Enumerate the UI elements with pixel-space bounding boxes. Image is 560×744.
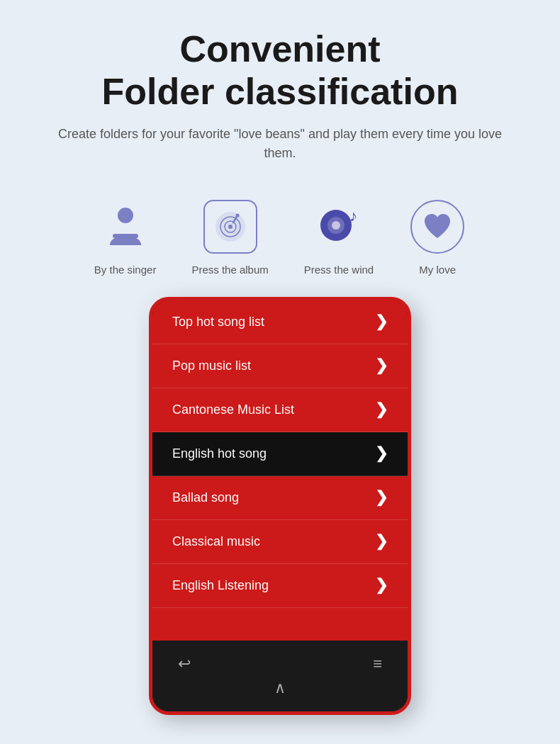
wind-icon: ♪ xyxy=(310,198,367,255)
phone-wrapper: Top hot song list ❯ Pop music list ❯ Can… xyxy=(0,297,560,744)
phone-device: Top hot song list ❯ Pop music list ❯ Can… xyxy=(149,297,411,715)
menu-label-cantonese: Cantonese Music List xyxy=(172,402,294,417)
menu-item-classical[interactable]: Classical music ❯ xyxy=(152,520,408,564)
phone-nav-row: ↩ ≡ xyxy=(152,655,408,673)
menu-item-english-hot[interactable]: English hot song ❯ xyxy=(152,432,408,476)
icon-item-singer[interactable]: By the singer xyxy=(94,198,157,276)
phone-screen: Top hot song list ❯ Pop music list ❯ Can… xyxy=(152,300,408,641)
love-icon xyxy=(409,198,466,255)
phone-nav-center: ∧ xyxy=(152,679,408,697)
singer-label: By the singer xyxy=(94,264,157,276)
header-section: Convenient Folder classification Create … xyxy=(0,0,560,177)
title-line2: Folder classification xyxy=(102,71,459,112)
page-title: Convenient Folder classification xyxy=(43,28,517,113)
menu-arrow-english-listening: ❯ xyxy=(375,576,388,594)
svg-rect-1 xyxy=(113,234,138,238)
svg-point-5 xyxy=(228,225,233,229)
phone-bottom-bar: ↩ ≡ ∧ xyxy=(152,641,408,711)
menu-label-pop: Pop music list xyxy=(172,359,251,373)
wind-label: Press the wind xyxy=(304,264,374,276)
menu-item-english-listening[interactable]: English Listening ❯ xyxy=(152,564,408,608)
svg-point-10 xyxy=(332,221,340,230)
svg-point-7 xyxy=(235,213,239,217)
title-line1: Convenient xyxy=(179,28,380,69)
header-subtitle: Create folders for your favorite "love b… xyxy=(43,125,517,163)
menu-item-cantonese[interactable]: Cantonese Music List ❯ xyxy=(152,388,408,432)
menu-item-top-hot[interactable]: Top hot song list ❯ xyxy=(152,300,408,344)
menu-icon[interactable]: ≡ xyxy=(373,655,382,673)
category-icons-row: By the singer Press the album xyxy=(0,198,560,276)
album-label: Press the album xyxy=(191,264,268,276)
menu-label-ballad: Ballad song xyxy=(172,490,239,505)
menu-arrow-english-hot: ❯ xyxy=(375,444,388,463)
svg-text:♪: ♪ xyxy=(349,207,357,225)
love-label: My love xyxy=(419,264,456,276)
menu-label-english-hot: English hot song xyxy=(172,446,267,461)
menu-arrow-cantonese: ❯ xyxy=(375,400,388,419)
menu-arrow-pop: ❯ xyxy=(375,356,388,375)
album-icon xyxy=(202,198,259,255)
menu-arrow-ballad: ❯ xyxy=(375,488,388,507)
menu-label-classical: Classical music xyxy=(172,534,260,549)
menu-item-pop[interactable]: Pop music list ❯ xyxy=(152,344,408,388)
back-icon[interactable]: ↩ xyxy=(178,655,191,673)
menu-arrow-classical: ❯ xyxy=(375,532,388,551)
icon-item-album[interactable]: Press the album xyxy=(191,198,268,276)
svg-point-0 xyxy=(118,208,133,223)
singer-icon xyxy=(97,198,154,255)
menu-item-ballad[interactable]: Ballad song ❯ xyxy=(152,476,408,520)
menu-label-top-hot: Top hot song list xyxy=(172,315,264,329)
icon-item-love[interactable]: My love xyxy=(409,198,466,276)
icon-item-wind[interactable]: ♪ Press the wind xyxy=(304,198,374,276)
menu-label-english-listening: English Listening xyxy=(172,578,269,593)
up-icon[interactable]: ∧ xyxy=(274,679,286,697)
menu-arrow-top-hot: ❯ xyxy=(375,312,388,331)
